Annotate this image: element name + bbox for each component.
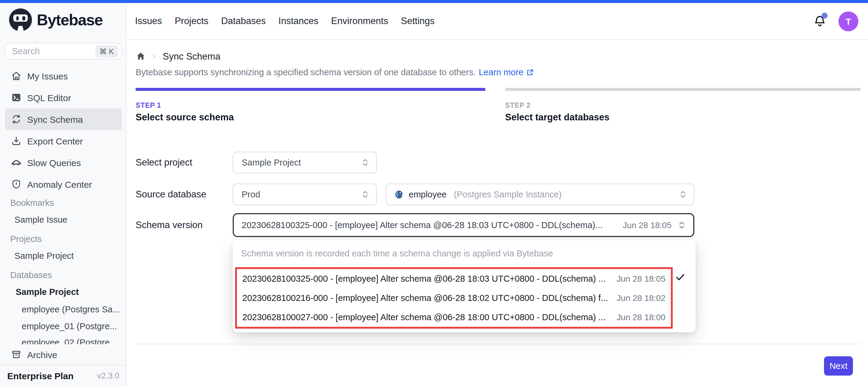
chevron-updown-icon (677, 220, 687, 230)
database-select[interactable]: employee (Postgres Sample Instance) (386, 183, 694, 205)
section-title-bookmarks: Bookmarks (10, 198, 54, 208)
schema-version-dropdown: Schema version is recorded each time a s… (233, 240, 695, 332)
sidebar-item-export-center[interactable]: Export Center (5, 130, 122, 152)
top-loading-bar (0, 0, 868, 3)
sidebar-item-db-employee[interactable]: employee (Postgres Sa... (22, 305, 120, 314)
database-select-name: employee (409, 189, 447, 199)
source-database-label: Source database (135, 189, 206, 200)
plan-name: Enterprise Plan (7, 371, 73, 381)
nav-instances[interactable]: Instances (278, 16, 318, 27)
plan-version: v2.3.0 (97, 371, 119, 380)
intro-text-row: Bytebase supports synchronizing a specif… (135, 67, 534, 77)
check-icon (675, 272, 685, 282)
sidebar-item-label: Anomaly Center (27, 179, 92, 189)
step1-title: Select source schema (135, 112, 234, 123)
breadcrumb: Sync Schema (135, 50, 220, 62)
archive-icon (11, 349, 22, 360)
footer-divider (135, 344, 861, 344)
step2-progress-bar (505, 88, 861, 91)
top-nav: Issues Projects Databases Instances Envi… (135, 16, 435, 27)
turtle-icon (11, 157, 22, 168)
sidebar-item-slow-queries[interactable]: Slow Queries (5, 152, 122, 173)
section-title-databases: Databases (10, 270, 52, 280)
nav-issues[interactable]: Issues (135, 16, 162, 27)
terminal-icon (11, 92, 22, 103)
sidebar-item-db-sample-project[interactable]: Sample Project (16, 287, 79, 297)
project-select[interactable]: Sample Project (233, 152, 377, 173)
chevron-updown-icon (361, 189, 370, 199)
annotation-red-box: 20230628100325-000 - [employee] Alter sc… (235, 267, 673, 329)
notification-dot (822, 13, 828, 19)
step2-title: Select target databases (505, 112, 610, 123)
archive-row: Archive (0, 344, 126, 365)
search-placeholder: Search (12, 46, 95, 56)
postgres-icon (394, 189, 404, 199)
schema-version-value: 20230628100325-000 - [employee] Alter sc… (242, 220, 615, 230)
app-root: Bytebase Search ⌘ K My Issues (0, 0, 868, 387)
sidebar-item-sample-project[interactable]: Sample Project (14, 251, 74, 260)
chevron-updown-icon (361, 158, 370, 167)
nav-projects[interactable]: Projects (175, 16, 209, 27)
sidebar-nav: My Issues SQL Editor (5, 65, 122, 195)
notification-bell-button[interactable] (813, 14, 827, 28)
home-icon (11, 70, 22, 81)
nav-databases[interactable]: Databases (221, 16, 266, 27)
sidebar-item-label: Sync Schema (27, 114, 83, 124)
nav-settings[interactable]: Settings (401, 16, 435, 27)
download-icon (11, 135, 22, 146)
sidebar-item-label: SQL Editor (27, 93, 71, 103)
sidebar-item-anomaly-center[interactable]: Anomaly Center (5, 173, 122, 195)
schema-version-option-1[interactable]: 20230628100325-000 - [employee] Alter sc… (237, 269, 671, 288)
project-select-value: Sample Project (242, 158, 361, 167)
sidebar-item-archive[interactable]: Archive (5, 345, 122, 364)
next-button[interactable]: Next (824, 356, 853, 376)
sidebar-item-my-issues[interactable]: My Issues (5, 65, 122, 87)
learn-more-link[interactable]: Learn more (478, 67, 534, 77)
nav-environments[interactable]: Environments (331, 16, 389, 27)
sidebar-item-sync-schema[interactable]: Sync Schema (5, 108, 122, 130)
sidebar-item-sql-editor[interactable]: SQL Editor (5, 87, 122, 108)
dropdown-hint: Schema version is recorded each time a s… (241, 249, 553, 258)
search-input[interactable]: Search ⌘ K (5, 43, 122, 60)
schema-version-select[interactable]: 20230628100325-000 - [employee] Alter sc… (233, 213, 694, 237)
step1-eyebrow: STEP 1 (135, 102, 161, 109)
sync-icon (11, 114, 22, 125)
step2-eyebrow: STEP 2 (505, 102, 531, 109)
sidebar-item-label: My Issues (27, 71, 68, 81)
sidebar-item-label: Slow Queries (27, 157, 81, 168)
avatar[interactable]: T (838, 11, 858, 31)
select-project-label: Select project (135, 157, 192, 168)
environment-select[interactable]: Prod (233, 183, 377, 205)
intro-text: Bytebase supports synchronizing a specif… (135, 67, 475, 77)
environment-select-value: Prod (242, 189, 361, 199)
database-select-instance: (Postgres Sample Instance) (454, 189, 673, 199)
schema-version-label: Schema version (135, 220, 203, 231)
step1-progress-bar (135, 88, 485, 91)
home-icon[interactable] (135, 51, 146, 61)
brand-name: Bytebase (37, 10, 102, 29)
chevron-right-icon (151, 52, 158, 60)
search-shortcut-kbd: ⌘ K (95, 45, 118, 58)
schema-version-option-3[interactable]: 20230628100027-000 - [employee] Alter sc… (237, 308, 671, 327)
plan-row: Enterprise Plan v2.3.0 (7, 365, 119, 386)
sidebar-item-db-employee-01[interactable]: employee_01 (Postgre... (22, 321, 117, 331)
brand-logo[interactable]: Bytebase (9, 8, 102, 31)
bytebase-logo-icon (9, 8, 32, 31)
sidebar-item-sample-issue[interactable]: Sample Issue (14, 215, 67, 224)
external-link-icon (526, 68, 534, 76)
header-right: T (813, 11, 858, 31)
section-title-projects: Projects (10, 234, 42, 244)
sidebar-item-label: Archive (27, 349, 57, 360)
top-header: Issues Projects Databases Instances Envi… (127, 3, 868, 40)
sidebar: Bytebase Search ⌘ K My Issues (0, 0, 127, 387)
chevron-updown-icon (678, 189, 688, 199)
shield-icon (11, 179, 22, 189)
schema-version-date: Jun 28 18:05 (623, 220, 672, 230)
page-title: Sync Schema (163, 51, 220, 62)
schema-version-option-2[interactable]: 20230628100216-000 - [employee] Alter sc… (237, 288, 671, 308)
sidebar-item-label: Export Center (27, 136, 83, 146)
